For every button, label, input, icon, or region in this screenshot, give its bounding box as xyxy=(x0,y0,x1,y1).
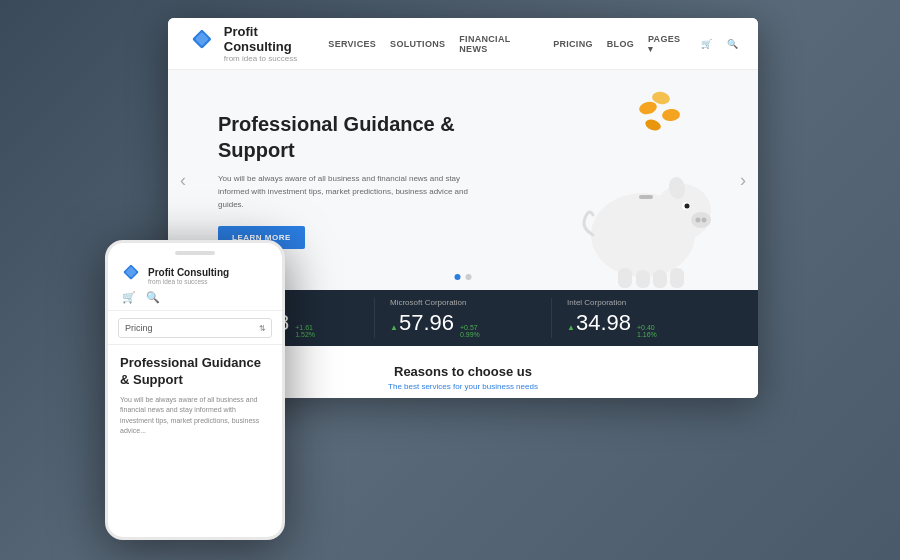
mobile-logo-icon xyxy=(120,265,142,287)
ticker-item-microsoft: Microsoft Corporation ▲ 57.96 +0.57 0.99… xyxy=(375,298,552,338)
cart-icon[interactable]: 🛒 xyxy=(701,39,712,49)
hero-dot-2[interactable] xyxy=(466,274,472,280)
svg-point-4 xyxy=(662,108,681,122)
hero-dot-1[interactable] xyxy=(455,274,461,280)
hero-dots xyxy=(455,274,472,280)
mobile-select-wrapper: Pricing Services Solutions Blog xyxy=(118,317,272,338)
mobile-navbar: Profit Consulting from idea to success 🛒… xyxy=(108,261,282,311)
ticker-company-intel: Intel Corporation xyxy=(567,298,713,307)
mobile-nav-icons: 🛒 🔍 xyxy=(120,291,270,304)
logo-text: Profit Consulting from idea to success xyxy=(224,24,329,63)
svg-point-9 xyxy=(696,218,701,223)
ticker-change-value-intel: +0.40 xyxy=(637,324,657,331)
svg-point-5 xyxy=(644,118,662,133)
desktop-nav-links: SERVICES SOLUTIONS FINANCIAL NEWS PRICIN… xyxy=(328,34,738,54)
svg-rect-15 xyxy=(618,268,632,288)
mobile-logo-subtitle: from idea to success xyxy=(148,278,229,285)
desktop-navbar: Profit Consulting from idea to success S… xyxy=(168,18,758,70)
svg-point-12 xyxy=(685,204,690,209)
ticker-change-pct: 1.52% xyxy=(295,331,315,338)
ticker-change-value-ms: +0.57 xyxy=(460,324,480,331)
ticker-price-intel: 34.98 xyxy=(576,310,631,336)
nav-link-blog[interactable]: BLOG xyxy=(607,39,634,49)
mobile-logo-text: Profit Consulting from idea to success xyxy=(148,267,229,285)
svg-rect-16 xyxy=(636,270,650,288)
hero-next-arrow[interactable]: › xyxy=(740,170,746,191)
nav-link-services[interactable]: SERVICES xyxy=(328,39,376,49)
mobile-mockup: Profit Consulting from idea to success 🛒… xyxy=(105,240,285,540)
mobile-speaker xyxy=(175,251,215,255)
logo-diamond-icon xyxy=(188,30,216,58)
mobile-hero-title: Professional Guidance & Support xyxy=(120,355,270,389)
piggy-bank-svg xyxy=(553,90,723,290)
ticker-company-microsoft: Microsoft Corporation xyxy=(390,298,536,307)
svg-point-8 xyxy=(691,212,711,228)
mobile-logo-title: Profit Consulting xyxy=(148,267,229,278)
ticker-price-microsoft: 57.96 xyxy=(399,310,454,336)
mobile-cart-icon[interactable]: 🛒 xyxy=(122,291,136,304)
ticker-change-pct-intel: 1.16% xyxy=(637,331,657,338)
ticker-up-icon-intel: ▲ xyxy=(567,323,575,332)
svg-point-10 xyxy=(702,218,707,223)
ticker-change-value: +1.61 xyxy=(295,324,315,331)
hero-description: You will be always aware of all business… xyxy=(218,173,478,211)
mobile-search-icon[interactable]: 🔍 xyxy=(146,291,160,304)
nav-link-financial-news[interactable]: FINANCIAL NEWS xyxy=(459,34,539,54)
mobile-logo: Profit Consulting from idea to success xyxy=(120,265,270,287)
hero-title: Professional Guidance & Support xyxy=(218,111,478,163)
mobile-select-row: Pricing Services Solutions Blog xyxy=(108,311,282,345)
nav-link-pages[interactable]: PAGES ▾ xyxy=(648,34,687,54)
hero-content: Professional Guidance & Support You will… xyxy=(218,111,478,248)
svg-rect-14 xyxy=(639,195,653,199)
ticker-row-intel: ▲ 34.98 +0.40 1.16% xyxy=(567,310,713,338)
mobile-hero: Professional Guidance & Support You will… xyxy=(108,345,282,447)
svg-rect-18 xyxy=(670,268,684,288)
svg-point-2 xyxy=(638,100,658,116)
nav-link-pricing[interactable]: PRICING xyxy=(553,39,593,49)
ticker-change-apple: +1.61 1.52% xyxy=(295,324,315,338)
hero-prev-arrow[interactable]: ‹ xyxy=(180,170,186,191)
desktop-logo: Profit Consulting from idea to success xyxy=(188,24,328,63)
mobile-pricing-select[interactable]: Pricing Services Solutions Blog xyxy=(118,318,272,338)
mobile-hero-description: You will be always aware of all business… xyxy=(120,395,270,437)
search-icon[interactable]: 🔍 xyxy=(727,39,738,49)
ticker-row-microsoft: ▲ 57.96 +0.57 0.99% xyxy=(390,310,536,338)
ticker-up-icon-ms: ▲ xyxy=(390,323,398,332)
logo-subtitle: from idea to success xyxy=(224,54,329,63)
svg-rect-17 xyxy=(653,270,667,288)
nav-link-solutions[interactable]: SOLUTIONS xyxy=(390,39,445,49)
ticker-change-intel: +0.40 1.16% xyxy=(637,324,657,338)
logo-title: Profit Consulting xyxy=(224,24,329,54)
ticker-item-intel: Intel Corporation ▲ 34.98 +0.40 1.16% xyxy=(552,298,728,338)
ticker-change-pct-ms: 0.99% xyxy=(460,331,480,338)
hero-piggy-image xyxy=(548,80,728,290)
ticker-change-microsoft: +0.57 0.99% xyxy=(460,324,480,338)
